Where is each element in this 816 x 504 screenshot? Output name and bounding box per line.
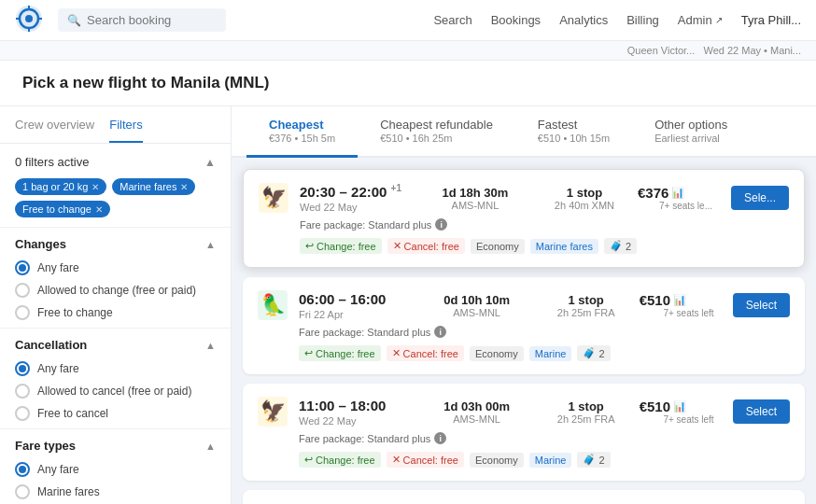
flight-2-date: Fri 22 Apr xyxy=(299,309,410,320)
flight-3-route: AMS-MNL xyxy=(421,413,533,425)
tab-cheapest-refundable-label: Cheapest refundable xyxy=(380,118,493,132)
flight-tab-bar: Cheapest €376 • 15h 5m Cheapest refundab… xyxy=(232,106,816,158)
flight-3-price: €510 📊 7+ seats left xyxy=(640,399,714,425)
tab-other[interactable]: Other options Earliest arrival xyxy=(632,106,750,158)
nav-bookings[interactable]: Bookings xyxy=(491,13,541,27)
flight-2-duration: 0d 10h 10m AMS-MNL xyxy=(421,293,533,318)
flight-2-tag-change: ↩ Change: free xyxy=(299,345,381,361)
flight-3-tag-change: ↩ Change: free xyxy=(299,452,381,468)
flight-3-times: 11:00 – 18:00 Wed 22 May xyxy=(299,398,410,427)
flight-3-fare-package: Fare package: Standard plus i xyxy=(299,432,790,444)
cancel-any-fare[interactable]: Any fare xyxy=(15,361,216,376)
booking-info-line2: Wed 22 May • Mani... xyxy=(703,45,801,56)
flight-2-times: 06:00 – 16:00 Fri 22 Apr xyxy=(299,291,410,320)
flight-2-tag-bags: 🧳 2 xyxy=(577,345,610,361)
flight-3-tags: ↩ Change: free ✕ Cancel: free Economy Ma… xyxy=(299,452,790,468)
flight-2-select-button[interactable]: Select xyxy=(733,293,790,317)
flight-1-tag-economy: Economy xyxy=(471,239,525,254)
flight-card-1: 🦅 20:30 – 22:00 +1 Wed 22 May 1d 18h 30m… xyxy=(243,169,805,268)
fare-types-radio-group: Any fare Marine fares xyxy=(0,460,231,504)
flight-3-tag-bags: 🧳 2 xyxy=(577,452,610,468)
faretype-marine[interactable]: Marine fares xyxy=(15,484,216,499)
flight-3-select-button[interactable]: Select xyxy=(733,399,790,424)
tab-other-sub: Earliest arrival xyxy=(654,133,727,144)
cancellation-radio-group: Any fare Allowed to cancel (free or paid… xyxy=(0,359,231,428)
flight-1-price-text: €376 xyxy=(638,185,668,201)
change-allowed[interactable]: Allowed to change (free or paid) xyxy=(15,283,216,298)
chip-bag[interactable]: 1 bag or 20 kg ✕ xyxy=(15,178,106,195)
page-title: Pick a new flight to Manila (MNL) xyxy=(22,74,794,92)
flight-1-stops-text: 1 stop xyxy=(542,186,626,200)
fare-types-section-header[interactable]: Fare types ▲ xyxy=(0,428,231,460)
nav-admin[interactable]: Admin ↗ xyxy=(678,13,723,27)
flight-2-tag-cancel: ✕ Cancel: free xyxy=(387,345,464,361)
changes-chevron-icon: ▲ xyxy=(205,239,216,250)
change-free-radio[interactable] xyxy=(15,305,30,320)
cancel-icon-2: ✕ xyxy=(392,347,401,359)
faretype-any[interactable]: Any fare xyxy=(15,462,216,477)
flight-1-select-button[interactable]: Sele... xyxy=(731,186,789,210)
flight-2-price: €510 📊 7+ seats left xyxy=(640,292,714,318)
cancel-free[interactable]: Free to cancel xyxy=(15,406,216,421)
change-any-fare-radio[interactable] xyxy=(15,260,30,275)
flight-2-tags: ↩ Change: free ✕ Cancel: free Economy Ma… xyxy=(299,345,790,361)
flight-2-seats: 7+ seats left xyxy=(640,308,714,318)
tab-cheapest-refundable[interactable]: Cheapest refundable €510 • 16h 25m xyxy=(358,106,515,158)
chip-bag-remove[interactable]: ✕ xyxy=(91,182,99,192)
chip-free-change[interactable]: Free to change ✕ xyxy=(15,201,110,217)
flight-1-stops-detail: 2h 40m XMN xyxy=(542,200,626,211)
tab-crew-overview[interactable]: Crew overview xyxy=(15,118,94,143)
faretype-marine-radio[interactable] xyxy=(15,484,30,499)
nav-search[interactable]: Search xyxy=(433,13,471,27)
flight-3-duration: 1d 03h 00m AMS-MNL xyxy=(421,399,533,425)
change-free[interactable]: Free to change xyxy=(15,305,216,320)
sidebar: Crew overview Filters 0 filters active ▲… xyxy=(0,106,232,504)
fare-package-info-icon[interactable]: i xyxy=(435,218,447,231)
change-allowed-radio[interactable] xyxy=(15,283,30,298)
flight-1-date: Wed 22 May xyxy=(300,202,408,213)
chart-icon: 📊 xyxy=(671,187,684,199)
flight-1-fare-package: Fare package: Standard plus i xyxy=(300,218,789,231)
flight-3-seats: 7+ seats left xyxy=(640,414,714,425)
fare-package-info-icon-3[interactable]: i xyxy=(434,432,446,444)
change-icon-3: ↩ xyxy=(304,454,313,466)
chip-marine[interactable]: Marine fares ✕ xyxy=(112,178,195,195)
user-label[interactable]: Tyra Phill... xyxy=(741,13,801,27)
search-input[interactable] xyxy=(87,13,217,27)
cancellation-section-header[interactable]: Cancellation ▲ xyxy=(0,328,231,359)
search-bar[interactable]: 🔍 xyxy=(58,8,226,32)
search-icon: 🔍 xyxy=(67,14,81,27)
cancellation-section-title: Cancellation xyxy=(15,338,87,352)
flight-3-stops: 1 stop 2h 25m FRA xyxy=(544,399,628,425)
filters-active-label: 0 filters active xyxy=(15,155,89,169)
tab-filters[interactable]: Filters xyxy=(109,118,142,143)
nav-analytics[interactable]: Analytics xyxy=(559,13,608,27)
flight-1-price: €376 📊 7+ seats le... xyxy=(638,185,712,211)
chip-marine-remove[interactable]: ✕ xyxy=(180,182,188,192)
flight-3-time-text: 11:00 – 18:00 xyxy=(299,398,410,413)
change-any-fare[interactable]: Any fare xyxy=(15,260,216,275)
changes-radio-group: Any fare Allowed to change (free or paid… xyxy=(0,259,231,328)
flight-3-tag-marine: Marine xyxy=(529,453,572,468)
logo[interactable] xyxy=(15,5,43,35)
external-link-icon: ↗ xyxy=(715,15,723,25)
tab-fastest[interactable]: Fastest €510 • 10h 15m xyxy=(515,106,632,158)
booking-info-bar: Queen Victor... Wed 22 May • Mani... xyxy=(0,41,816,61)
bags-icon: 🧳 xyxy=(610,240,623,252)
cancel-any-fare-radio[interactable] xyxy=(15,361,30,376)
cancel-allowed[interactable]: Allowed to cancel (free or paid) xyxy=(15,384,216,399)
cancel-allowed-radio[interactable] xyxy=(15,384,30,399)
chip-free-change-remove[interactable]: ✕ xyxy=(95,204,103,215)
nav-links: Search Bookings Analytics Billing Admin … xyxy=(433,13,801,27)
fare-types-section-title: Fare types xyxy=(15,439,76,453)
flight-card-2: 🦜 06:00 – 16:00 Fri 22 Apr 0d 10h 10m AM… xyxy=(243,277,805,374)
changes-section-header[interactable]: Changes ▲ xyxy=(0,227,231,259)
tab-cheapest[interactable]: Cheapest €376 • 15h 5m xyxy=(246,106,358,158)
fare-package-info-icon-2[interactable]: i xyxy=(434,326,446,338)
nav-billing[interactable]: Billing xyxy=(626,13,659,27)
cancel-free-radio[interactable] xyxy=(15,406,30,421)
flight-2-stops-text: 1 stop xyxy=(544,293,628,307)
flight-1-tag-change: ↩ Change: free xyxy=(300,238,382,254)
flight-3-date: Wed 22 May xyxy=(299,415,410,427)
faretype-any-radio[interactable] xyxy=(15,462,30,477)
